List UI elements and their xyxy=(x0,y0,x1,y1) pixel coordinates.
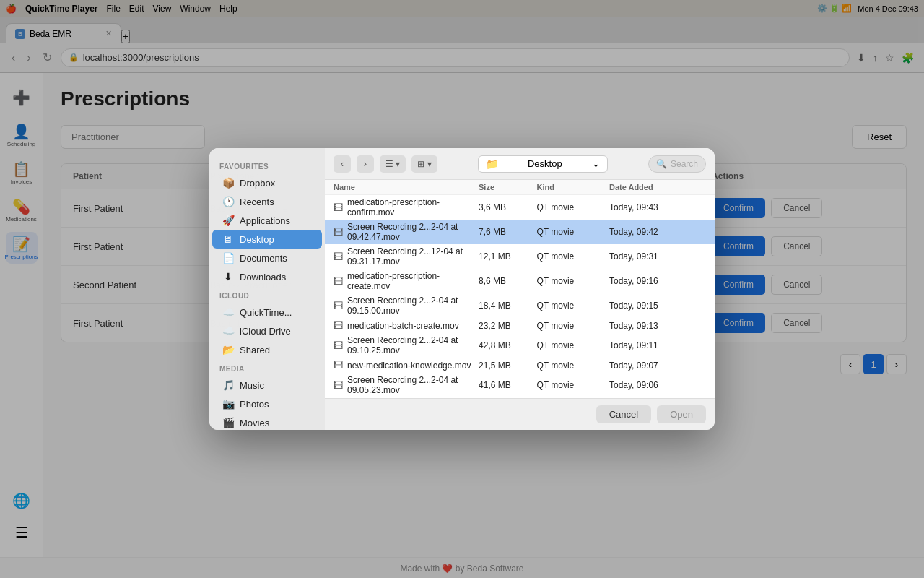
fp-sidebar-recents[interactable]: 🕐 Recents xyxy=(212,192,322,211)
fp-list-view-button[interactable]: ☰ ▾ xyxy=(380,155,406,173)
fp-file-kind: QT movie xyxy=(536,340,609,350)
search-icon: 🔍 xyxy=(656,159,667,169)
fp-file-kind: QT movie xyxy=(536,227,609,237)
fp-sidebar-downloads[interactable]: ⬇ Downloads xyxy=(212,267,322,286)
fp-sidebar-label: iCloud Drive xyxy=(240,326,291,337)
fp-file-row[interactable]: 🎞 new-medication-knowledge.mov 21,5 MB Q… xyxy=(325,358,715,373)
photos-icon: 📷 xyxy=(222,398,234,410)
fp-sidebar-movies[interactable]: 🎬 Movies xyxy=(212,413,322,430)
fp-sidebar-label: Desktop xyxy=(240,234,274,245)
fp-file-name: 🎞 new-medication-knowledge.mov xyxy=(334,360,479,371)
fp-cancel-button[interactable]: Cancel xyxy=(596,405,651,423)
fp-sidebar-label: Movies xyxy=(240,418,269,428)
fp-file-name: 🎞 Screen Recording 2...2-04 at 09.05.23.… xyxy=(334,375,479,395)
file-type-icon: 🎞 xyxy=(334,251,343,262)
fp-sidebar-quicktime[interactable]: ☁️ QuickTime... xyxy=(212,303,322,322)
fp-file-row[interactable]: 🎞 medication-prescription-create.mov 8,6… xyxy=(325,269,715,293)
fp-file-date: Today, 09:06 xyxy=(609,380,706,390)
fp-file-date: Today, 09:43 xyxy=(609,202,706,212)
movies-icon: 🎬 xyxy=(222,417,234,428)
fp-sidebar-photos[interactable]: 📷 Photos xyxy=(212,394,322,413)
fp-toolbar: ‹ › ☰ ▾ ⊞ ▾ 📁 Desktop ⌄ 🔍 Search xyxy=(325,148,715,180)
fp-sidebar-icloud-drive[interactable]: ☁️ iCloud Drive xyxy=(212,322,322,340)
fp-grid-view-button[interactable]: ⊞ ▾ xyxy=(411,155,437,173)
fp-filename-text: medication-prescription-confirm.mov xyxy=(347,197,479,217)
fp-file-row[interactable]: 🎞 Screen Recording 2...2-04 at 09.42.47.… xyxy=(325,220,715,244)
music-icon: 🎵 xyxy=(222,379,234,391)
fp-file-date: Today, 09:11 xyxy=(609,340,706,350)
fp-file-size: 8,6 MB xyxy=(479,276,536,286)
fp-file-date: Today, 09:31 xyxy=(609,251,706,262)
fp-file-size: 21,5 MB xyxy=(479,361,536,371)
favourites-label: Favourites xyxy=(209,157,325,173)
file-type-icon: 🎞 xyxy=(334,340,343,351)
fp-location-box[interactable]: 📁 Desktop ⌄ xyxy=(478,155,608,173)
fp-main: ‹ › ☰ ▾ ⊞ ▾ 📁 Desktop ⌄ 🔍 Search xyxy=(325,148,715,430)
fp-sidebar-desktop[interactable]: 🖥 Desktop xyxy=(212,230,322,249)
fp-file-kind: QT movie xyxy=(536,251,609,262)
file-picker-overlay: Favourites 📦 Dropbox 🕐 Recents 🚀 Applica… xyxy=(0,0,924,578)
fp-filename-text: new-medication-knowledge.mov xyxy=(347,361,471,371)
fp-file-date: Today, 09:13 xyxy=(609,321,706,331)
fp-location: 📁 Desktop ⌄ xyxy=(443,155,642,173)
fp-sidebar-label: Documents xyxy=(240,253,287,264)
dropbox-icon: 📦 xyxy=(222,177,234,189)
fp-file-kind: QT movie xyxy=(536,276,609,286)
fp-sidebar-label: Photos xyxy=(240,399,269,410)
fp-file-date: Today, 09:42 xyxy=(609,227,706,237)
fp-file-name: 🎞 Screen Recording 2...2-04 at 09.10.25.… xyxy=(334,335,479,355)
fp-file-size: 3,6 MB xyxy=(479,202,536,212)
fp-file-kind: QT movie xyxy=(536,301,609,311)
col-size: Size xyxy=(479,183,536,191)
fp-file-row[interactable]: 🎞 medication-batch-create.mov 23,2 MB QT… xyxy=(325,318,715,333)
fp-file-name: 🎞 Screen Recording 2...12-04 at 09.31.17… xyxy=(334,246,479,267)
fp-file-row[interactable]: 🎞 Screen Recording 2...12-04 at 09.31.17… xyxy=(325,244,715,269)
documents-icon: 📄 xyxy=(222,252,234,264)
fp-sidebar-label: Dropbox xyxy=(240,178,275,189)
fp-sidebar-applications[interactable]: 🚀 Applications xyxy=(212,211,322,230)
fp-rows: 🎞 medication-prescription-confirm.mov 3,… xyxy=(325,195,715,398)
fp-sidebar-shared[interactable]: 📂 Shared xyxy=(212,340,322,359)
fp-sidebar-documents[interactable]: 📄 Documents xyxy=(212,249,322,267)
file-type-icon: 🎞 xyxy=(334,380,343,391)
fp-sidebar-label: Recents xyxy=(240,197,274,207)
fp-sidebar-dropbox[interactable]: 📦 Dropbox xyxy=(212,173,322,192)
fp-file-row[interactable]: 🎞 Screen Recording 2...2-04 at 09.10.25.… xyxy=(325,333,715,358)
fp-file-row[interactable]: 🎞 medication-prescription-confirm.mov 3,… xyxy=(325,195,715,220)
fp-sidebar-label: Downloads xyxy=(240,272,286,282)
fp-search-box[interactable]: 🔍 Search xyxy=(648,155,706,173)
media-label: Media xyxy=(209,359,325,376)
fp-filename-text: medication-prescription-create.mov xyxy=(347,271,479,291)
fp-file-name: 🎞 medication-batch-create.mov xyxy=(334,320,479,331)
fp-file-name: 🎞 medication-prescription-confirm.mov xyxy=(334,197,479,217)
fp-open-button[interactable]: Open xyxy=(657,405,706,423)
icloud-label: iCloud xyxy=(209,286,325,303)
fp-file-date: Today, 09:16 xyxy=(609,276,706,286)
file-type-icon: 🎞 xyxy=(334,320,343,331)
fp-file-size: 18,4 MB xyxy=(479,301,536,311)
downloads-icon: ⬇ xyxy=(222,271,234,282)
fp-file-size: 7,6 MB xyxy=(479,227,536,237)
file-type-icon: 🎞 xyxy=(334,227,343,238)
fp-sidebar-label: QuickTime... xyxy=(240,307,292,318)
fp-file-kind: QT movie xyxy=(536,321,609,331)
fp-filename-text: Screen Recording 2...2-04 at 09.10.25.mo… xyxy=(347,335,479,355)
shared-icon: 📂 xyxy=(222,344,234,355)
fp-location-chevron: ⌄ xyxy=(592,158,600,169)
fp-file-size: 41,6 MB xyxy=(479,380,536,390)
fp-back-button[interactable]: ‹ xyxy=(334,155,351,173)
fp-list-header: Name Size Kind Date Added xyxy=(325,180,715,195)
applications-icon: 🚀 xyxy=(222,215,234,226)
col-kind: Kind xyxy=(536,183,609,191)
desktop-icon: 🖥 xyxy=(222,233,234,245)
fp-file-row[interactable]: 🎞 Screen Recording 2...2-04 at 09.15.00.… xyxy=(325,293,715,318)
fp-location-text: Desktop xyxy=(528,158,562,169)
fp-filename-text: Screen Recording 2...2-04 at 09.42.47.mo… xyxy=(347,222,479,242)
fp-file-row[interactable]: 🎞 Screen Recording 2...2-04 at 09.05.23.… xyxy=(325,373,715,397)
fp-sidebar: Favourites 📦 Dropbox 🕐 Recents 🚀 Applica… xyxy=(209,148,325,430)
fp-search-placeholder: Search xyxy=(671,159,698,169)
folder-icon: 📁 xyxy=(486,158,498,170)
fp-forward-button[interactable]: › xyxy=(357,155,374,173)
fp-sidebar-music[interactable]: 🎵 Music xyxy=(212,376,322,394)
fp-file-name: 🎞 Screen Recording 2...2-04 at 09.42.47.… xyxy=(334,222,479,242)
